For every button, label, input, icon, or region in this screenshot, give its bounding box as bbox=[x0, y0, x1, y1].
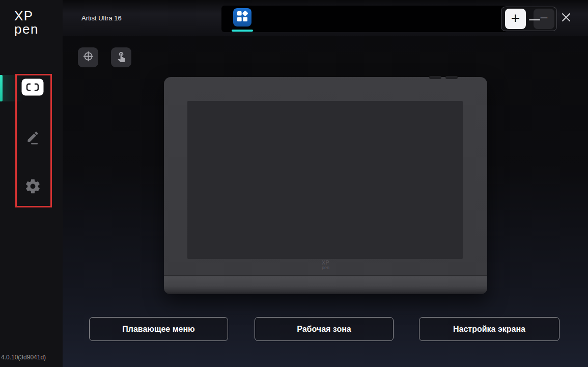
device-grid-icon bbox=[233, 7, 251, 28]
minimize-icon bbox=[529, 14, 540, 23]
calibration-button[interactable] bbox=[78, 47, 98, 67]
tablet-preview: XP pen bbox=[164, 77, 487, 294]
tablet-preview-screen bbox=[187, 101, 463, 259]
xppen-logo-line1: XP bbox=[14, 9, 39, 22]
add-device-button[interactable]: + bbox=[505, 9, 526, 29]
touch-gesture-icon bbox=[116, 50, 127, 64]
xppen-logo-line2: pen bbox=[14, 22, 39, 36]
tab-device-active[interactable] bbox=[233, 8, 251, 27]
red-highlight-rectangle bbox=[15, 74, 52, 207]
device-button-notch bbox=[429, 76, 441, 79]
title-bar: Artist Ultra 16 + − bbox=[63, 0, 588, 36]
calibration-crosshair-icon bbox=[81, 49, 95, 65]
window-minimize-button[interactable] bbox=[524, 12, 545, 24]
xppen-logo: XP pen bbox=[14, 9, 39, 36]
device-tab-strip: + − bbox=[221, 6, 507, 32]
device-xppen-logo: XP pen bbox=[164, 260, 487, 270]
touch-settings-button[interactable] bbox=[111, 47, 131, 67]
sidebar: XP pen bbox=[0, 0, 63, 367]
floating-menu-button[interactable]: Плавающее меню bbox=[89, 317, 228, 341]
close-icon bbox=[561, 12, 571, 24]
device-logo-line2: pen bbox=[164, 265, 487, 270]
device-logo-line1: XP bbox=[164, 260, 487, 265]
driver-version: 4.0.10(3d9041d) bbox=[1, 354, 46, 361]
display-settings-button[interactable]: Настройка экрана bbox=[419, 317, 559, 341]
active-item-indicator bbox=[0, 75, 3, 101]
active-tab-underline bbox=[232, 30, 253, 32]
device-title: Artist Ultra 16 bbox=[81, 14, 122, 22]
xppen-driver-window: XP pen bbox=[0, 0, 588, 367]
window-close-button[interactable] bbox=[557, 9, 575, 28]
device-button-notch bbox=[445, 76, 458, 79]
tablet-preview-stand bbox=[164, 275, 487, 294]
work-area-button[interactable]: Рабочая зона bbox=[255, 317, 394, 341]
